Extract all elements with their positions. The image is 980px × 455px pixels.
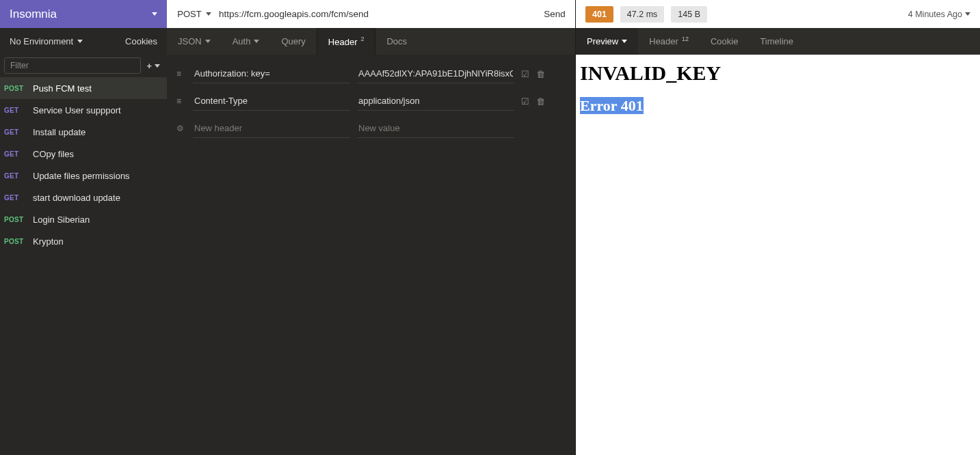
header-row-new: ⚙ ☑🗑 (176, 115, 566, 142)
request-item[interactable]: GETUpdate files permissions (0, 165, 167, 187)
request-item[interactable]: GETCOpy files (0, 143, 167, 165)
header-key-input[interactable] (193, 64, 350, 83)
status-code-pill: 401 (585, 6, 613, 23)
response-size-pill: 145 B (671, 6, 707, 23)
request-name-label: start download update (33, 193, 120, 203)
toggle-header-icon[interactable]: ☑ (521, 69, 529, 79)
request-item[interactable]: GETService User suppport (0, 99, 167, 121)
request-list: POSTPush FCM testGETService User supppor… (0, 77, 167, 252)
request-name-label: Service User suppport (33, 105, 121, 115)
delete-header-icon[interactable]: 🗑 (536, 96, 545, 107)
send-button[interactable]: Send (534, 0, 575, 28)
new-header-key-input[interactable] (193, 119, 350, 138)
response-age-label: 4 Minutes Ago (908, 10, 962, 19)
delete-header-icon[interactable]: 🗑 (536, 69, 545, 79)
request-name-label: Push FCM test (33, 83, 92, 94)
header-row: ≡ ☑ 🗑 (176, 87, 566, 115)
request-name-label: COpy files (33, 149, 74, 159)
header-value-input[interactable] (357, 92, 514, 111)
request-method-label: POST (4, 216, 26, 223)
tab-query[interactable]: Query (270, 28, 316, 55)
header-value-input[interactable] (357, 64, 514, 83)
chevron-down-icon (152, 12, 157, 16)
response-title: INVALID_KEY (580, 61, 976, 85)
method-label: POST (177, 9, 201, 19)
request-method-label: GET (4, 172, 26, 180)
request-panel: POST Send JSON Auth Query Header 2 (167, 0, 576, 455)
chevron-down-icon (206, 12, 211, 16)
request-item[interactable]: GETstart download update (0, 187, 167, 208)
chevron-down-icon (254, 40, 259, 43)
app-title: Insomnia (10, 8, 57, 21)
request-tabs: JSON Auth Query Header 2 Docs (167, 28, 575, 55)
request-item[interactable]: POSTKrypton (0, 230, 167, 252)
url-input[interactable] (215, 9, 534, 19)
tab-json[interactable]: JSON (167, 28, 222, 55)
response-history-dropdown[interactable]: 4 Minutes Ago (908, 10, 970, 19)
environment-dropdown[interactable]: No Environment (10, 36, 83, 46)
sidebar: Insomnia No Environment Cookies + POSTPu… (0, 0, 167, 455)
response-error-heading: Error 401 (580, 97, 644, 114)
drag-handle-icon[interactable]: ≡ (176, 96, 186, 106)
header-key-input[interactable] (193, 92, 350, 111)
request-method-label: GET (4, 107, 26, 114)
response-header-count-badge: 12 (682, 36, 689, 42)
response-time-pill: 47.2 ms (620, 6, 664, 23)
chevron-down-icon (205, 40, 211, 43)
request-name-label: Update files permissions (33, 171, 130, 181)
plus-icon: + (146, 61, 152, 71)
tab-auth[interactable]: Auth (222, 28, 271, 55)
url-bar: POST Send (167, 0, 575, 28)
tab-response-header[interactable]: Header 12 (638, 28, 700, 55)
cookies-button[interactable]: Cookies (125, 36, 157, 46)
tab-preview[interactable]: Preview (576, 28, 638, 55)
request-name-label: Install update (33, 127, 85, 137)
add-request-button[interactable]: + (146, 61, 160, 71)
tab-docs[interactable]: Docs (375, 28, 418, 55)
response-panel: 401 47.2 ms 145 B 4 Minutes Ago Preview … (576, 0, 980, 455)
response-tabs: Preview Header 12 Cookie Timeline (576, 28, 980, 55)
request-method-label: GET (4, 150, 26, 158)
request-item[interactable]: POSTLogin Siberian (0, 208, 167, 230)
chevron-down-icon (965, 12, 970, 16)
response-status-bar: 401 47.2 ms 145 B 4 Minutes Ago (576, 0, 980, 28)
request-name-label: Krypton (33, 236, 64, 247)
method-dropdown[interactable]: POST (167, 9, 215, 19)
filter-row: + (0, 54, 167, 77)
header-row: ≡ ☑ 🗑 (176, 60, 566, 87)
response-body: INVALID_KEY Error 401 (576, 55, 980, 455)
environment-label: No Environment (10, 36, 73, 46)
tab-cookie[interactable]: Cookie (700, 28, 749, 55)
gear-icon[interactable]: ⚙ (176, 124, 186, 133)
request-item[interactable]: GETInstall update (0, 121, 167, 143)
request-method-label: GET (4, 194, 26, 202)
environment-row: No Environment Cookies (0, 28, 167, 54)
tab-timeline[interactable]: Timeline (749, 28, 804, 55)
request-method-label: GET (4, 128, 26, 136)
chevron-down-icon (77, 40, 83, 43)
header-count-badge: 2 (360, 36, 364, 42)
drag-handle-icon[interactable]: ≡ (176, 69, 186, 79)
workspace-header[interactable]: Insomnia (0, 0, 167, 28)
chevron-down-icon (155, 64, 160, 68)
request-item[interactable]: POSTPush FCM test (0, 77, 167, 99)
request-name-label: Login Siberian (33, 215, 90, 225)
request-method-label: POST (4, 85, 26, 92)
tab-header[interactable]: Header 2 (317, 28, 376, 55)
request-method-label: POST (4, 238, 26, 245)
filter-input[interactable] (4, 57, 141, 74)
chevron-down-icon (622, 40, 627, 43)
new-header-value-input[interactable] (357, 119, 514, 138)
headers-editor: ≡ ☑ 🗑 ≡ ☑ 🗑 ⚙ ☑� (167, 55, 575, 455)
toggle-header-icon[interactable]: ☑ (521, 96, 529, 107)
